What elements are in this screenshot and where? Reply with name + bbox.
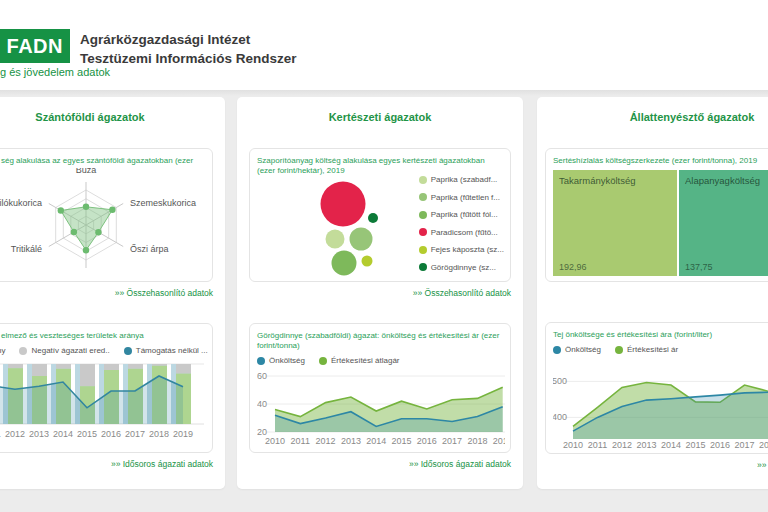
legend-label: Támogatás nélkül ... [136, 346, 208, 355]
svg-text:Tritikálé: Tritikálé [11, 244, 42, 254]
treemap-chart[interactable]: Takarmányköltség192,96Alapanyagköltség13… [553, 170, 768, 276]
legend-dot-icon [615, 346, 623, 354]
treemap-cell[interactable]: Alapanyagköltség137,75 [679, 170, 768, 276]
legend-dot-icon [319, 357, 327, 365]
compare-data-link[interactable]: »» Összehasonlító adatok [413, 288, 511, 298]
svg-text:2018: 2018 [149, 429, 169, 439]
svg-text:40: 40 [257, 399, 267, 409]
svg-text:2017: 2017 [442, 436, 462, 446]
legend-label: Görögdinnye (sz... [431, 263, 496, 272]
radar-chart[interactable]: BúzaSzemeskukoricaŐszi árpaSzójaTritikál… [0, 168, 205, 276]
svg-text:2015: 2015 [391, 436, 411, 446]
svg-text:2019: 2019 [173, 429, 193, 439]
link-row: »» Összehasonlító adatok [0, 288, 213, 301]
legend-item[interactable]: Paradicsom (fűtö... [419, 228, 504, 237]
legend-dot-icon [419, 176, 427, 184]
timeseries-data-link[interactable]: »» Idősoros ágazati adatok [409, 459, 511, 469]
legend-item[interactable]: Támogatás nélkül ... [124, 346, 208, 355]
panel-title: Állattenyésztő ágazatok [537, 111, 768, 123]
link-row: »» Idősoros ágazati adatok [249, 459, 511, 472]
chart-title: Sertéshízlalás költségszerkezete (ezer f… [553, 156, 768, 166]
svg-text:2010: 2010 [563, 440, 583, 450]
svg-text:Silókukorica: Silókukorica [0, 198, 42, 208]
compare-data-link[interactable]: »» Összehasonlító adatok [115, 288, 213, 298]
area-line-chart[interactable]: 2040602010201120122013201420152016201720… [257, 368, 503, 448]
svg-text:2016: 2016 [101, 429, 121, 439]
svg-text:400: 400 [553, 412, 567, 422]
panel-title: Szántóföldi ágazatok [0, 111, 225, 123]
cost-income-data-link[interactable]: g és jövedelem adatok [0, 66, 110, 78]
legend-item[interactable]: Paprika (fűtetlen f... [419, 193, 504, 202]
chart-legend: ÖnköltségÉrtékesítési ár [553, 342, 768, 357]
svg-text:2017: 2017 [734, 440, 754, 450]
svg-text:Búza: Búza [76, 168, 97, 175]
svg-text:2015: 2015 [685, 440, 705, 450]
chart-title: Szaporítóanyag költség alakulása egyes k… [257, 156, 503, 176]
org-title: Agrárközgazdasági Intézet Tesztüzemi Inf… [80, 30, 297, 68]
melon-price-card: Görögdinnye (szabadföldi) ágazat: önkölt… [249, 323, 511, 453]
legend-item[interactable]: Görögdinnye (sz... [419, 263, 504, 272]
legend-item[interactable]: Önköltség [257, 356, 305, 365]
treemap-cell-value: 192,96 [559, 262, 587, 272]
svg-text:2014: 2014 [53, 429, 73, 439]
link-row: »» Idősoros ágazati adatok [549, 460, 768, 473]
svg-text:2011: 2011 [588, 440, 607, 450]
svg-text:500: 500 [553, 376, 567, 386]
treemap-cell-label: Takarmányköltség [559, 175, 636, 186]
legend-item[interactable]: Paprika (fűtött fól... [419, 210, 504, 219]
link-row: »» Idősoros ágazati adatok [0, 459, 213, 472]
panel-livestock: Állattenyésztő ágazatok Sertéshízlalás k… [537, 97, 768, 489]
legend-label: Önköltség [269, 356, 305, 365]
fadn-logo[interactable]: FADN [0, 29, 70, 63]
legend-item[interactable]: Fejes káposzta (sz... [419, 245, 504, 254]
svg-text:2011: 2011 [0, 429, 1, 439]
chart-title: elmező és veszteséges területek aránya [0, 331, 205, 341]
svg-text:Szója: Szója [75, 275, 98, 276]
treemap-card: Sertéshízlalás költségszerkezete (ezer f… [545, 148, 768, 282]
svg-text:2012: 2012 [316, 436, 336, 446]
svg-text:2013: 2013 [29, 429, 49, 439]
svg-text:2010: 2010 [265, 436, 285, 446]
svg-text:2014: 2014 [366, 436, 386, 446]
legend-item[interactable]: edmény [0, 346, 5, 355]
svg-text:60: 60 [257, 371, 267, 381]
legend-label: Paradicsom (fűtö... [431, 228, 498, 237]
legend-dot-icon [124, 347, 132, 355]
legend-item[interactable]: Önköltség [553, 345, 601, 354]
treemap-cell-value: 137,75 [685, 262, 713, 272]
legend-dot-icon [419, 246, 427, 254]
svg-text:2016: 2016 [417, 436, 437, 446]
svg-text:2016: 2016 [710, 440, 730, 450]
milk-price-card: Tej önköltsége és értékesítési ára (fori… [545, 322, 768, 454]
chart-title: Tej önköltsége és értékesítési ára (fori… [553, 330, 768, 340]
legend-item[interactable]: Értékesítési ár [615, 345, 678, 354]
legend-item[interactable]: Értékesítési átlagár [319, 356, 399, 365]
org-title-line2: Tesztüzemi Információs Rendszer [80, 49, 297, 68]
svg-text:2018: 2018 [759, 440, 768, 450]
legend-dot-icon [419, 263, 427, 271]
chart-title: ség alakulása az egyes szántóföldi ágaza… [0, 156, 205, 166]
legend-label: Paprika (szabadf... [431, 175, 498, 184]
bubble-card: Szaporítóanyag költség alakulása egyes k… [249, 148, 511, 282]
area-line-chart[interactable]: 4005002010201120122013201420152016201720… [553, 357, 768, 451]
fadn-logo-text: FADN [7, 35, 63, 58]
legend-label: Önköltség [565, 345, 601, 354]
treemap-cell[interactable]: Takarmányköltség192,96 [553, 170, 677, 276]
legend-label: Fejes káposzta (sz... [431, 245, 504, 254]
link-row: »» Összehasonlító adatok [249, 288, 511, 301]
legend-dot-icon [419, 193, 427, 201]
legend-item[interactable]: Negatív ágazati ered.. [19, 346, 109, 355]
timeseries-data-link[interactable]: »» Idősoros ágazati adatok [111, 459, 213, 469]
legend-dot-icon [257, 357, 265, 365]
legend-dot-icon [419, 228, 427, 236]
profitable-area-card: elmező és veszteséges területek aránya e… [0, 323, 213, 453]
svg-text:2013: 2013 [636, 440, 656, 450]
legend-dot-icon [419, 211, 427, 219]
legend-item[interactable]: Paprika (szabadf... [419, 175, 504, 184]
svg-text:Szemeskukorica: Szemeskukorica [130, 198, 196, 208]
panel-horticulture: Kertészeti ágazatok Szaporítóanyag költs… [237, 97, 523, 489]
app-header: FADN Agrárközgazdasági Intézet Tesztüzem… [0, 0, 768, 90]
stacked-bar-line-chart[interactable]: 2010201120122013201420152016201720182019 [0, 358, 205, 442]
timeseries-data-link[interactable]: »» Idősoros ágazati adatok [757, 460, 768, 470]
treemap-cell-label: Alapanyagköltség [685, 175, 760, 186]
